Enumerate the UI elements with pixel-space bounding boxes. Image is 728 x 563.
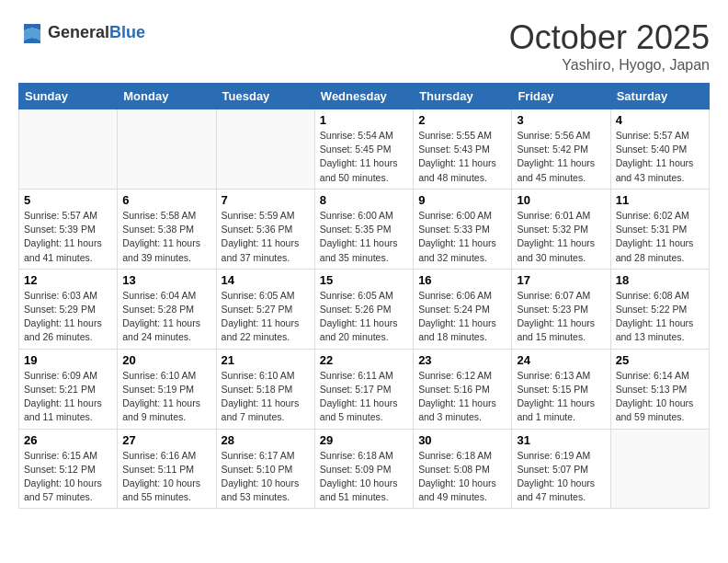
logo: GeneralBlue (18, 18, 145, 46)
calendar-table: SundayMondayTuesdayWednesdayThursdayFrid… (18, 83, 710, 509)
day-number: 21 (222, 353, 310, 367)
day-info: Sunrise: 6:05 AM Sunset: 5:27 PM Dayligh… (222, 289, 310, 345)
day-number: 4 (616, 113, 704, 127)
calendar-cell (610, 429, 709, 509)
calendar-cell: 29Sunrise: 6:18 AM Sunset: 5:09 PM Dayli… (314, 429, 413, 509)
day-info: Sunrise: 5:57 AM Sunset: 5:39 PM Dayligh… (24, 209, 112, 265)
day-info: Sunrise: 6:16 AM Sunset: 5:11 PM Dayligh… (122, 449, 210, 505)
calendar-cell: 11Sunrise: 6:02 AM Sunset: 5:31 PM Dayli… (610, 189, 709, 269)
day-info: Sunrise: 6:10 AM Sunset: 5:18 PM Dayligh… (222, 369, 310, 425)
calendar-cell: 2Sunrise: 5:55 AM Sunset: 5:43 PM Daylig… (414, 109, 512, 190)
day-info: Sunrise: 6:12 AM Sunset: 5:16 PM Dayligh… (418, 369, 506, 425)
calendar-cell: 5Sunrise: 5:57 AM Sunset: 5:39 PM Daylig… (19, 189, 118, 269)
day-info: Sunrise: 6:05 AM Sunset: 5:26 PM Dayligh… (320, 289, 408, 345)
month-title: October 2025 (509, 18, 710, 57)
day-info: Sunrise: 6:07 AM Sunset: 5:23 PM Dayligh… (517, 289, 605, 345)
calendar-cell: 1Sunrise: 5:54 AM Sunset: 5:45 PM Daylig… (314, 109, 413, 190)
calendar-cell: 30Sunrise: 6:18 AM Sunset: 5:08 PM Dayli… (414, 429, 512, 509)
calendar-cell: 20Sunrise: 6:10 AM Sunset: 5:19 PM Dayli… (118, 349, 216, 429)
day-info: Sunrise: 6:00 AM Sunset: 5:35 PM Dayligh… (320, 209, 408, 265)
day-info: Sunrise: 6:09 AM Sunset: 5:21 PM Dayligh… (24, 369, 112, 425)
calendar-cell: 14Sunrise: 6:05 AM Sunset: 5:27 PM Dayli… (216, 269, 314, 349)
day-number: 3 (517, 113, 605, 127)
calendar-week-row: 1Sunrise: 5:54 AM Sunset: 5:45 PM Daylig… (19, 109, 710, 190)
calendar-cell: 15Sunrise: 6:05 AM Sunset: 5:26 PM Dayli… (314, 269, 413, 349)
weekday-header-sunday: Sunday (19, 84, 118, 109)
day-info: Sunrise: 6:18 AM Sunset: 5:08 PM Dayligh… (418, 449, 506, 505)
calendar-cell (19, 109, 118, 190)
calendar-cell: 4Sunrise: 5:57 AM Sunset: 5:40 PM Daylig… (610, 109, 709, 190)
day-info: Sunrise: 6:10 AM Sunset: 5:19 PM Dayligh… (122, 369, 210, 425)
weekday-header-monday: Monday (118, 84, 216, 109)
day-info: Sunrise: 5:54 AM Sunset: 5:45 PM Dayligh… (320, 129, 408, 185)
calendar-cell: 17Sunrise: 6:07 AM Sunset: 5:23 PM Dayli… (512, 269, 610, 349)
calendar-week-row: 19Sunrise: 6:09 AM Sunset: 5:21 PM Dayli… (19, 349, 710, 429)
day-info: Sunrise: 5:58 AM Sunset: 5:38 PM Dayligh… (122, 209, 210, 265)
calendar-week-row: 5Sunrise: 5:57 AM Sunset: 5:39 PM Daylig… (19, 189, 710, 269)
calendar-week-row: 26Sunrise: 6:15 AM Sunset: 5:12 PM Dayli… (19, 429, 710, 509)
day-info: Sunrise: 6:18 AM Sunset: 5:09 PM Dayligh… (320, 449, 408, 505)
calendar-cell: 10Sunrise: 6:01 AM Sunset: 5:32 PM Dayli… (512, 189, 610, 269)
day-number: 8 (320, 193, 408, 207)
day-number: 11 (616, 193, 704, 207)
day-number: 24 (517, 353, 605, 367)
day-info: Sunrise: 6:19 AM Sunset: 5:07 PM Dayligh… (517, 449, 605, 505)
day-info: Sunrise: 6:00 AM Sunset: 5:33 PM Dayligh… (418, 209, 506, 265)
calendar-cell (216, 109, 314, 190)
day-number: 29 (320, 433, 408, 447)
page-header: GeneralBlue October 2025 Yashiro, Hyogo,… (18, 18, 710, 74)
day-number: 5 (24, 193, 112, 207)
day-number: 13 (122, 273, 210, 287)
calendar-cell: 21Sunrise: 6:10 AM Sunset: 5:18 PM Dayli… (216, 349, 314, 429)
day-info: Sunrise: 6:15 AM Sunset: 5:12 PM Dayligh… (24, 449, 112, 505)
day-number: 17 (517, 273, 605, 287)
calendar-cell: 7Sunrise: 5:59 AM Sunset: 5:36 PM Daylig… (216, 189, 314, 269)
day-number: 1 (320, 113, 408, 127)
logo-general: General (48, 23, 109, 41)
day-info: Sunrise: 5:55 AM Sunset: 5:43 PM Dayligh… (418, 129, 506, 185)
logo-blue: Blue (109, 23, 145, 41)
title-block: October 2025 Yashiro, Hyogo, Japan (509, 18, 710, 74)
weekday-header-row: SundayMondayTuesdayWednesdayThursdayFrid… (19, 84, 710, 109)
calendar-cell: 8Sunrise: 6:00 AM Sunset: 5:35 PM Daylig… (314, 189, 413, 269)
day-number: 6 (122, 193, 210, 207)
calendar-cell: 9Sunrise: 6:00 AM Sunset: 5:33 PM Daylig… (414, 189, 512, 269)
day-info: Sunrise: 6:01 AM Sunset: 5:32 PM Dayligh… (517, 209, 605, 265)
day-number: 22 (320, 353, 408, 367)
day-info: Sunrise: 6:03 AM Sunset: 5:29 PM Dayligh… (24, 289, 112, 345)
day-info: Sunrise: 5:56 AM Sunset: 5:42 PM Dayligh… (517, 129, 605, 185)
calendar-cell: 18Sunrise: 6:08 AM Sunset: 5:22 PM Dayli… (610, 269, 709, 349)
calendar-week-row: 12Sunrise: 6:03 AM Sunset: 5:29 PM Dayli… (19, 269, 710, 349)
day-number: 27 (122, 433, 210, 447)
day-number: 15 (320, 273, 408, 287)
day-number: 12 (24, 273, 112, 287)
day-number: 30 (418, 433, 506, 447)
day-info: Sunrise: 6:06 AM Sunset: 5:24 PM Dayligh… (418, 289, 506, 345)
day-number: 2 (418, 113, 506, 127)
day-number: 16 (418, 273, 506, 287)
day-info: Sunrise: 6:11 AM Sunset: 5:17 PM Dayligh… (320, 369, 408, 425)
calendar-cell: 31Sunrise: 6:19 AM Sunset: 5:07 PM Dayli… (512, 429, 610, 509)
day-number: 14 (222, 273, 310, 287)
calendar-cell: 19Sunrise: 6:09 AM Sunset: 5:21 PM Dayli… (19, 349, 118, 429)
day-number: 26 (24, 433, 112, 447)
day-number: 20 (122, 353, 210, 367)
day-info: Sunrise: 6:14 AM Sunset: 5:13 PM Dayligh… (616, 369, 704, 425)
calendar-cell: 26Sunrise: 6:15 AM Sunset: 5:12 PM Dayli… (19, 429, 118, 509)
day-info: Sunrise: 6:17 AM Sunset: 5:10 PM Dayligh… (222, 449, 310, 505)
calendar-cell: 27Sunrise: 6:16 AM Sunset: 5:11 PM Dayli… (118, 429, 216, 509)
calendar-cell: 12Sunrise: 6:03 AM Sunset: 5:29 PM Dayli… (19, 269, 118, 349)
weekday-header-thursday: Thursday (414, 84, 512, 109)
weekday-header-saturday: Saturday (610, 84, 709, 109)
calendar-cell: 13Sunrise: 6:04 AM Sunset: 5:28 PM Dayli… (118, 269, 216, 349)
day-info: Sunrise: 5:59 AM Sunset: 5:36 PM Dayligh… (222, 209, 310, 265)
weekday-header-wednesday: Wednesday (314, 84, 413, 109)
day-info: Sunrise: 6:13 AM Sunset: 5:15 PM Dayligh… (517, 369, 605, 425)
calendar-cell: 3Sunrise: 5:56 AM Sunset: 5:42 PM Daylig… (512, 109, 610, 190)
day-info: Sunrise: 5:57 AM Sunset: 5:40 PM Dayligh… (616, 129, 704, 185)
day-number: 23 (418, 353, 506, 367)
weekday-header-tuesday: Tuesday (216, 84, 314, 109)
day-number: 19 (24, 353, 112, 367)
day-number: 25 (616, 353, 704, 367)
day-number: 10 (517, 193, 605, 207)
